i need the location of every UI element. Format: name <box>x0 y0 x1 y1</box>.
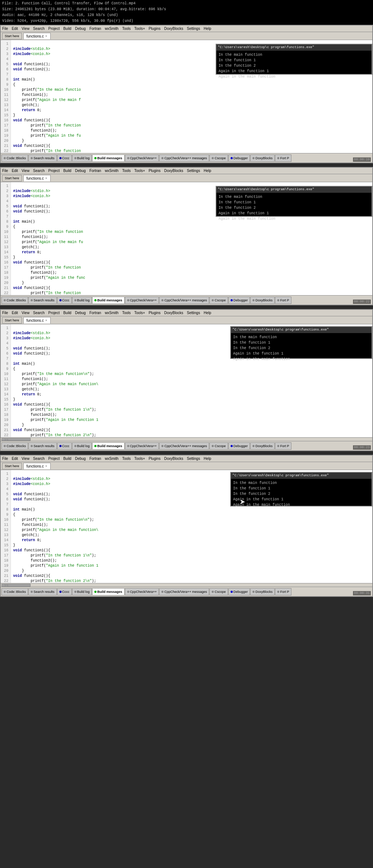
scrollbar-h-4[interactable] <box>1 583 372 587</box>
tab-search-1[interactable]: Search results <box>28 155 57 162</box>
menu2-tools[interactable]: Tools <box>122 169 130 173</box>
menu3-fortran[interactable]: Fortran <box>89 311 101 315</box>
tab-buildlog-1[interactable]: Build log <box>72 155 92 162</box>
menu-debug[interactable]: Debug <box>75 27 86 31</box>
tab2-buildmsg[interactable]: Build messages <box>92 297 125 304</box>
menu4-project[interactable]: Project <box>48 457 60 461</box>
menu3-edit[interactable]: Edit <box>12 311 18 315</box>
menu3-settings[interactable]: Settings <box>187 311 200 315</box>
start-here-btn-4[interactable]: Start here <box>2 463 22 469</box>
start-here-btn-3[interactable]: Start here <box>2 317 22 324</box>
menu4-tools-plus[interactable]: Tools+ <box>134 457 145 461</box>
menu-build[interactable]: Build <box>63 27 71 31</box>
menu-doxyblocks[interactable]: DoxyBlocks <box>164 27 183 31</box>
menu2-debug[interactable]: Debug <box>75 169 86 173</box>
tab-functions-c-2[interactable]: functions.c × <box>23 175 51 181</box>
menu-search[interactable]: Search <box>33 27 45 31</box>
menu3-help[interactable]: Help <box>204 311 211 315</box>
menu2-settings[interactable]: Settings <box>187 169 200 173</box>
menu-plugins[interactable]: Plugins <box>149 27 161 31</box>
menu4-tools[interactable]: Tools <box>122 457 130 461</box>
menu2-wxsmith[interactable]: wxSmith <box>105 169 119 173</box>
menu2-plugins[interactable]: Plugins <box>149 169 161 173</box>
tab3-buildlog[interactable]: Build log <box>72 442 92 450</box>
menu2-build[interactable]: Build <box>63 169 71 173</box>
menu4-doxyblocks[interactable]: DoxyBlocks <box>164 457 183 461</box>
menu3-search[interactable]: Search <box>33 311 45 315</box>
tab3-debugger[interactable]: Debugger <box>228 442 250 450</box>
menu-view[interactable]: View <box>21 27 30 31</box>
tab4-fortp[interactable]: Fort P <box>275 588 291 595</box>
tab3-buildmsg[interactable]: Build messages <box>92 442 125 450</box>
tab2-debugger[interactable]: Debugger <box>228 297 250 304</box>
menu-fortran[interactable]: Fortran <box>89 27 101 31</box>
tab-doxyblocks-1[interactable]: DoxyBlocks <box>250 155 275 162</box>
tab3-cccc[interactable]: Cccc <box>57 442 72 450</box>
tab3-codeblocks[interactable]: Code::Blocks <box>1 442 28 450</box>
menu4-plugins[interactable]: Plugins <box>149 457 161 461</box>
tab-cppcheckmsg-1[interactable]: CppCheck/Vera++ messages <box>159 155 209 162</box>
tab4-cppcheck[interactable]: CppCheck/Vera++ <box>125 588 159 595</box>
menu2-doxyblocks[interactable]: DoxyBlocks <box>164 169 183 173</box>
tab-cppcheck-1[interactable]: CppCheck/Vera++ <box>125 155 159 162</box>
menu4-edit[interactable]: Edit <box>12 457 18 461</box>
scrollbar-h-3[interactable] <box>1 437 372 441</box>
start-here-btn[interactable]: Start here <box>2 33 22 39</box>
tab2-buildlog[interactable]: Build log <box>72 297 92 304</box>
menu2-file[interactable]: File <box>2 169 8 173</box>
menu4-build[interactable]: Build <box>63 457 71 461</box>
menu4-debug[interactable]: Debug <box>75 457 86 461</box>
menu3-file[interactable]: File <box>2 311 8 315</box>
tab-functions-c-4[interactable]: functions.c × <box>23 463 51 469</box>
menu3-tools-plus[interactable]: Tools+ <box>134 311 145 315</box>
tab-cscope-1[interactable]: Cscope <box>209 155 228 162</box>
tab-fortp-1[interactable]: Fort P <box>275 155 291 162</box>
tab4-cppcheckmsg[interactable]: CppCheck/Vera++ messages <box>159 588 209 595</box>
menu4-help[interactable]: Help <box>204 457 211 461</box>
menu2-project[interactable]: Project <box>48 169 60 173</box>
tab4-buildmsg[interactable]: Build messages <box>92 588 125 595</box>
tab3-fortp[interactable]: Fort P <box>275 442 291 450</box>
tab4-doxyblocks[interactable]: DoxyBlocks <box>250 588 275 595</box>
tab2-codeblocks[interactable]: Code::Blocks <box>1 297 28 304</box>
tab2-cscope[interactable]: Cscope <box>209 297 228 304</box>
tab-debugger-1[interactable]: Debugger <box>228 155 250 162</box>
tab4-codeblocks[interactable]: Code::Blocks <box>1 588 28 595</box>
menu4-view[interactable]: View <box>21 457 30 461</box>
menu-settings[interactable]: Settings <box>187 27 200 31</box>
menu2-tools-plus[interactable]: Tools+ <box>134 169 145 173</box>
menu2-fortran[interactable]: Fortran <box>89 169 101 173</box>
menu-tools-plus[interactable]: Tools+ <box>134 27 145 31</box>
menu3-debug[interactable]: Debug <box>75 311 86 315</box>
start-here-btn-2[interactable]: Start here <box>2 175 22 181</box>
tab-close-3[interactable]: × <box>45 318 47 322</box>
tab3-search[interactable]: Search results <box>28 442 57 450</box>
menu-help[interactable]: Help <box>204 27 211 31</box>
tab2-doxyblocks[interactable]: DoxyBlocks <box>250 297 275 304</box>
tab-close-4[interactable]: × <box>45 464 47 468</box>
tab4-buildlog[interactable]: Build log <box>72 588 92 595</box>
menu4-wxsmith[interactable]: wxSmith <box>105 457 119 461</box>
tab3-cppcheckmsg[interactable]: CppCheck/Vera++ messages <box>159 442 209 450</box>
tab2-fortp[interactable]: Fort P <box>275 297 291 304</box>
tab-close-2[interactable]: × <box>45 176 47 180</box>
tab3-cppcheck[interactable]: CppCheck/Vera++ <box>125 442 159 450</box>
menu-project[interactable]: Project <box>48 27 60 31</box>
tab-close-1[interactable]: × <box>45 34 47 38</box>
menu-file[interactable]: File <box>2 27 8 31</box>
menu3-wxsmith[interactable]: wxSmith <box>105 311 119 315</box>
tab-functions-c-3[interactable]: functions.c × <box>23 317 51 324</box>
tab3-doxyblocks[interactable]: DoxyBlocks <box>250 442 275 450</box>
tab4-cccc[interactable]: Cccc <box>57 588 72 595</box>
menu2-search[interactable]: Search <box>33 169 45 173</box>
tab2-cccc[interactable]: Cccc <box>57 297 72 304</box>
menu4-file[interactable]: File <box>2 457 8 461</box>
tab-cccc-1[interactable]: Cccc <box>57 155 72 162</box>
tab-functions-c-1[interactable]: functions.c × <box>23 33 51 39</box>
menu4-fortran[interactable]: Fortran <box>89 457 101 461</box>
menu3-doxyblocks[interactable]: DoxyBlocks <box>164 311 183 315</box>
menu4-search[interactable]: Search <box>33 457 45 461</box>
menu3-view[interactable]: View <box>21 311 30 315</box>
tab4-search[interactable]: Search results <box>28 588 57 595</box>
tab4-debugger[interactable]: Debugger <box>228 588 250 595</box>
